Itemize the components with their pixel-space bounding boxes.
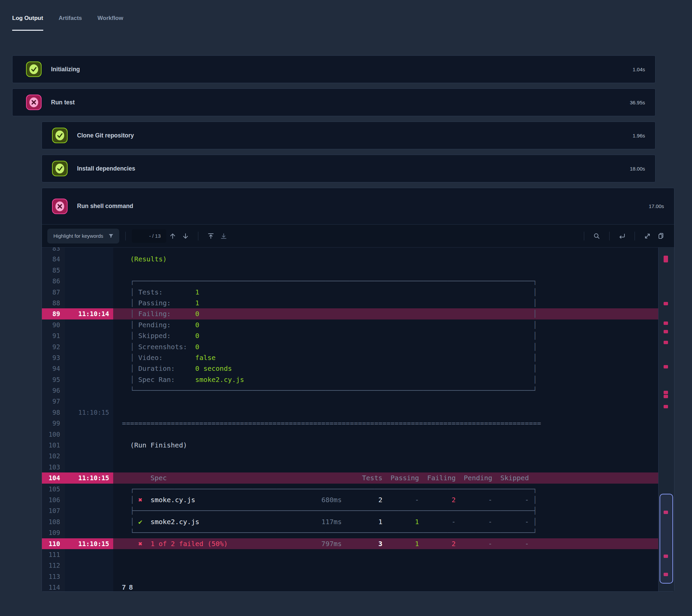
log-line[interactable]: 100 (42, 429, 658, 440)
log-line[interactable]: 93 │ Video: false │ (42, 352, 658, 363)
line-number[interactable]: 104 (42, 472, 65, 483)
log-minimap-scrollbar[interactable] (658, 247, 674, 591)
minimap-error-marker[interactable] (664, 405, 668, 408)
line-number[interactable]: 86 (42, 276, 65, 286)
log-line[interactable]: 103 (42, 462, 658, 472)
step-row-clone-git-repository[interactable]: Clone Git repository 1.96s (42, 122, 655, 149)
line-number[interactable]: 97 (42, 396, 65, 406)
line-number[interactable]: 99 (42, 418, 65, 428)
tab-artifacts[interactable]: Artifacts (59, 15, 82, 31)
match-up-icon[interactable] (166, 230, 179, 242)
jump-to-top-icon[interactable] (204, 230, 217, 242)
log-line[interactable]: 101 (Run Finished) (42, 440, 658, 450)
line-timestamp (65, 287, 113, 298)
tab-log-output[interactable]: Log Output (12, 15, 43, 31)
copy-icon[interactable] (654, 230, 667, 242)
log-line[interactable]: 84 (Results) (42, 254, 658, 264)
log-line[interactable]: 102 (42, 450, 658, 461)
log-line[interactable]: 99 =====================================… (42, 418, 658, 428)
step-row-initializing[interactable]: Initializing 1.04s (12, 56, 655, 83)
wrap-lines-icon[interactable] (615, 230, 628, 242)
highlight-keywords-button[interactable]: Highlight for keywords (47, 229, 119, 243)
minimap-error-marker[interactable] (664, 256, 668, 262)
log-line[interactable]: 91 │ Skipped: 0 │ (42, 330, 658, 341)
minimap-viewport-handle[interactable] (659, 494, 673, 584)
jump-to-bottom-icon[interactable] (217, 230, 230, 242)
line-number[interactable]: 95 (42, 374, 65, 385)
failure-x-icon (52, 199, 68, 214)
line-number[interactable]: 100 (42, 429, 65, 440)
minimap-error-marker[interactable] (664, 322, 668, 325)
line-number[interactable]: 113 (42, 571, 65, 582)
log-line[interactable]: 106 │ ✖ smoke.cy.js 680ms 2 - 2 - - │ (42, 494, 658, 505)
log-line[interactable]: 114 7 8 (42, 582, 658, 591)
step-row-run-test[interactable]: Run test 36.95s (12, 88, 655, 116)
minimap-error-marker[interactable] (664, 395, 668, 398)
line-number[interactable]: 98 (42, 407, 65, 418)
line-number[interactable]: 94 (42, 363, 65, 374)
line-number[interactable]: 87 (42, 287, 65, 298)
step-title: Install dependencies (77, 165, 135, 172)
line-number[interactable]: 110 (42, 538, 65, 549)
match-down-icon[interactable] (179, 230, 192, 242)
log-line[interactable]: 94 │ Duration: 0 seconds │ (42, 363, 658, 374)
log-line[interactable]: 86 ┌────────────────────────────────────… (42, 276, 658, 286)
log-line[interactable]: 11011:10:15 ✖ 1 of 2 failed (50%) 797ms … (42, 538, 658, 549)
log-line[interactable]: 111 (42, 549, 658, 560)
log-line[interactable]: 105 ┌───────────────────────────────────… (42, 484, 658, 494)
log-line[interactable]: 112 (42, 560, 658, 571)
log-line[interactable]: 96 └────────────────────────────────────… (42, 385, 658, 396)
line-number[interactable]: 85 (42, 265, 65, 276)
line-timestamp (65, 298, 113, 308)
line-timestamp: 11:10:14 (65, 308, 113, 319)
log-line[interactable]: 92 │ Screenshots: 0 │ (42, 342, 658, 352)
minimap-error-marker[interactable] (664, 391, 668, 394)
line-number[interactable]: 93 (42, 352, 65, 363)
line-number[interactable]: 107 (42, 505, 65, 516)
line-number[interactable]: 91 (42, 330, 65, 341)
line-number[interactable]: 101 (42, 440, 65, 450)
tab-workflow[interactable]: Workflow (98, 15, 123, 31)
line-number[interactable]: 108 (42, 516, 65, 527)
line-number[interactable]: 89 (42, 308, 65, 319)
line-number[interactable]: 83 (42, 247, 65, 254)
log-line[interactable]: 83 (42, 247, 658, 254)
log-line[interactable]: 107 ├───────────────────────────────────… (42, 505, 658, 516)
log-line[interactable]: 90 │ Pending: 0 │ (42, 320, 658, 330)
log-line[interactable]: 87 │ Tests: 1 │ (42, 287, 658, 298)
log-line[interactable]: 85 (42, 265, 658, 276)
log-scroll-region[interactable]: 8384 (Results)8586 ┌────────────────────… (42, 247, 658, 591)
log-line[interactable]: 108 │ ✔ smoke2.cy.js 117ms 1 1 - - - │ (42, 516, 658, 527)
step-row-run-shell-command[interactable]: Run shell command 17.00s (42, 188, 674, 225)
minimap-error-marker[interactable] (664, 330, 668, 333)
line-number[interactable]: 109 (42, 527, 65, 538)
log-line[interactable]: 10411:10:15 Spec Tests Passing Failing P… (42, 472, 658, 483)
line-number[interactable]: 102 (42, 450, 65, 461)
line-number[interactable]: 88 (42, 298, 65, 308)
minimap-error-marker[interactable] (664, 302, 668, 305)
line-number[interactable]: 105 (42, 484, 65, 494)
line-number[interactable]: 92 (42, 342, 65, 352)
line-timestamp (65, 385, 113, 396)
line-number[interactable]: 103 (42, 462, 65, 472)
line-number[interactable]: 106 (42, 494, 65, 505)
match-counter-field[interactable]: - / 13 (132, 229, 166, 243)
minimap-error-marker[interactable] (664, 341, 668, 344)
minimap-error-marker[interactable] (664, 365, 668, 369)
log-line[interactable]: 9811:10:15 (42, 407, 658, 418)
log-line[interactable]: 113 (42, 571, 658, 582)
line-number[interactable]: 111 (42, 549, 65, 560)
log-line[interactable]: 8911:10:14 │ Failing: 0 │ (42, 308, 658, 319)
log-line[interactable]: 88 │ Passing: 1 │ (42, 298, 658, 308)
step-row-install-dependencies[interactable]: Install dependencies 18.00s (42, 155, 655, 182)
expand-icon[interactable] (641, 230, 654, 242)
log-line[interactable]: 97 (42, 396, 658, 406)
line-number[interactable]: 96 (42, 385, 65, 396)
line-number[interactable]: 112 (42, 560, 65, 571)
line-number[interactable]: 90 (42, 320, 65, 330)
line-number[interactable]: 114 (42, 582, 65, 591)
log-line[interactable]: 109 └───────────────────────────────────… (42, 527, 658, 538)
line-number[interactable]: 84 (42, 254, 65, 264)
search-icon[interactable] (590, 230, 603, 242)
log-line[interactable]: 95 │ Spec Ran: smoke2.cy.js │ (42, 374, 658, 385)
